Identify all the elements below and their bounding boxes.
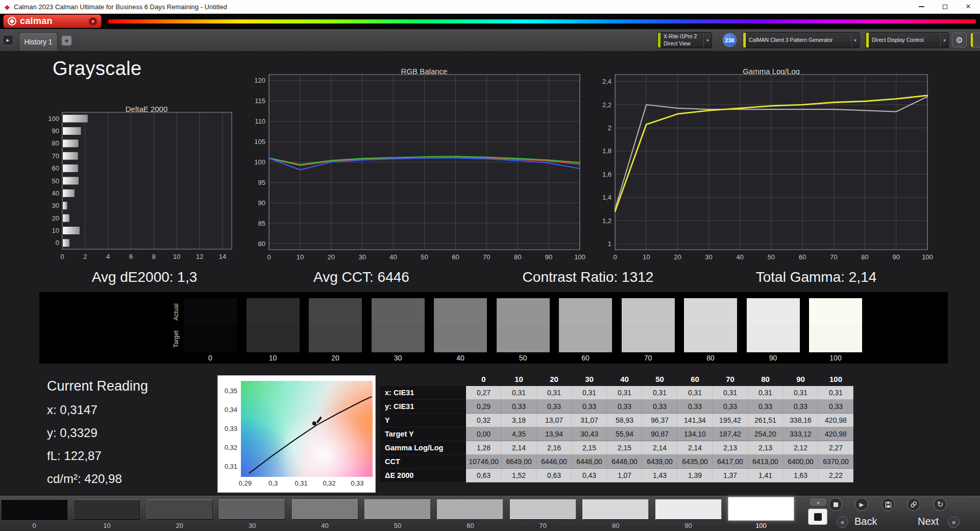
next-chevrons-icon[interactable]: » [948, 516, 960, 528]
svg-text:0: 0 [613, 253, 617, 261]
patch-swatch[interactable] [582, 499, 649, 520]
collapse-bar-button[interactable]: ▲ [811, 499, 826, 505]
swatch-actual [809, 298, 862, 325]
tab-bar: ▸ History 1 + X-Rite i1Pro 2 Direct View… [0, 29, 980, 52]
svg-text:80: 80 [258, 240, 265, 248]
pattern-patch-30[interactable]: 30 [219, 496, 285, 531]
close-button[interactable]: × [957, 0, 980, 13]
table-row-label: CCT [380, 455, 466, 469]
patch-swatch[interactable] [74, 499, 140, 520]
patch-swatch[interactable] [219, 499, 285, 520]
patch-swatch[interactable] [292, 499, 358, 520]
svg-text:40: 40 [737, 253, 744, 261]
refresh-button[interactable]: ↻ [934, 498, 947, 511]
patch-swatch[interactable] [364, 499, 431, 520]
gamma-chart: 01020304050607080901002,42,221,81,61,41,… [595, 72, 938, 263]
display-control-dropdown[interactable]: Direct Display Control ▾ [866, 32, 949, 48]
pattern-patch-50[interactable]: 50 [364, 496, 431, 531]
maximize-button[interactable] [933, 0, 957, 13]
sidebar-toggle-button[interactable]: ▸ [3, 35, 13, 45]
table-cell: 2,14 [642, 441, 677, 455]
patch-swatch[interactable] [1, 499, 67, 520]
swatch-target [684, 325, 737, 352]
calman-menu-button[interactable]: calman ▾ [3, 14, 102, 28]
layout-toggle-button[interactable] [808, 509, 827, 525]
table-cell: 1,28 [466, 441, 501, 455]
table-cell: 254,20 [748, 427, 783, 441]
chevron-down-icon[interactable]: ▾ [940, 33, 948, 47]
pattern-patch-20[interactable]: 20 [146, 496, 213, 531]
tab-history-1[interactable]: History 1 [19, 32, 58, 51]
patch-swatch[interactable] [437, 499, 503, 520]
refresh-icon: ↻ [937, 500, 944, 509]
add-tab-button[interactable]: + [62, 36, 71, 45]
save-button[interactable] [881, 498, 895, 511]
pattern-patch-0[interactable]: 0 [1, 496, 67, 531]
pattern-patch-70[interactable]: 70 [510, 496, 576, 531]
svg-text:20: 20 [52, 214, 59, 222]
patch-swatch[interactable] [146, 499, 213, 520]
svg-text:30: 30 [705, 253, 712, 261]
table-column-header: 50 [642, 372, 677, 386]
grayscale-swatch-10: 10 [247, 298, 300, 365]
chevron-down-icon[interactable]: ▾ [851, 33, 859, 47]
meter-dropdown[interactable]: X-Rite i1Pro 2 Direct View ▾ [657, 32, 712, 48]
grayscale-swatch-70: 70 [622, 298, 675, 365]
table-cell: 6446,00 [607, 455, 642, 469]
play-icon: ▶ [860, 501, 864, 508]
pattern-patch-80[interactable]: 80 [582, 496, 649, 531]
current-reading-line-0: x: 0,3147 [47, 403, 148, 417]
swatch-label: 40 [434, 354, 487, 362]
cie-y-tick: 0,31 [218, 463, 237, 470]
table-cell: 0,43 [572, 469, 607, 482]
current-reading-title: Current Reading [47, 378, 148, 394]
titlebar: ◆ Calman 2023 Calman Ultimate for Busine… [0, 0, 980, 14]
svg-text:100: 100 [254, 158, 265, 166]
svg-text:50: 50 [421, 253, 428, 261]
swatch-target [809, 325, 862, 352]
swatch-label: 90 [747, 354, 800, 362]
table-cell: 2,14 [501, 441, 536, 455]
current-reading-line-3: cd/m²: 420,98 [47, 472, 148, 486]
cie-x-tick: 0,3 [264, 479, 282, 487]
table-cell: 1,37 [713, 469, 748, 482]
table-cell: 0,29 [466, 400, 501, 414]
patch-swatch[interactable] [510, 499, 576, 520]
chevron-down-icon[interactable]: ▾ [703, 33, 712, 47]
table-cell: 0,33 [748, 400, 783, 414]
play-button[interactable]: ▶ [855, 498, 868, 511]
swatch-target [184, 325, 237, 352]
table-cell: 2,13 [713, 441, 748, 455]
table-row-label: ΔE 2000 [380, 469, 466, 482]
pattern-generator-dropdown[interactable]: CalMAN Client 3 Pattern Generator ▾ [743, 32, 860, 48]
meter-count-badge[interactable]: 238 [723, 33, 737, 47]
svg-text:60: 60 [52, 164, 59, 172]
svg-text:1,4: 1,4 [602, 194, 611, 201]
swatch-target [434, 325, 487, 352]
link-button[interactable] [907, 498, 920, 511]
patch-swatch[interactable] [655, 499, 722, 520]
patch-swatch[interactable] [728, 497, 794, 521]
pattern-patch-90[interactable]: 90 [655, 496, 722, 531]
settings-button[interactable]: ⚙ [952, 33, 967, 47]
calman-menu-caret-icon[interactable]: ▾ [89, 17, 97, 26]
svg-text:0: 0 [56, 239, 59, 247]
table-cell: 338,16 [783, 414, 818, 427]
table-row-label: Y [380, 414, 466, 427]
patch-label: 30 [219, 522, 285, 529]
stop-button[interactable] [829, 498, 842, 511]
table-cell: 1,43 [642, 469, 677, 482]
window-title: Calman 2023 Calman Ultimate for Business… [14, 3, 227, 11]
svg-text:90: 90 [258, 199, 265, 207]
pattern-patch-60[interactable]: 60 [437, 496, 503, 531]
back-chevrons-icon[interactable]: « [837, 516, 848, 528]
swatch-actual [684, 298, 737, 325]
pattern-patch-10[interactable]: 10 [74, 496, 140, 531]
brand-bar: calman ▾ [0, 14, 980, 29]
pattern-patch-40[interactable]: 40 [292, 496, 358, 531]
edge-panel-button[interactable] [971, 33, 980, 47]
pattern-patch-100[interactable]: 100 [728, 496, 794, 531]
minimize-button[interactable] [910, 0, 933, 13]
next-button[interactable]: Next [918, 516, 939, 527]
back-button[interactable]: Back [854, 516, 877, 527]
